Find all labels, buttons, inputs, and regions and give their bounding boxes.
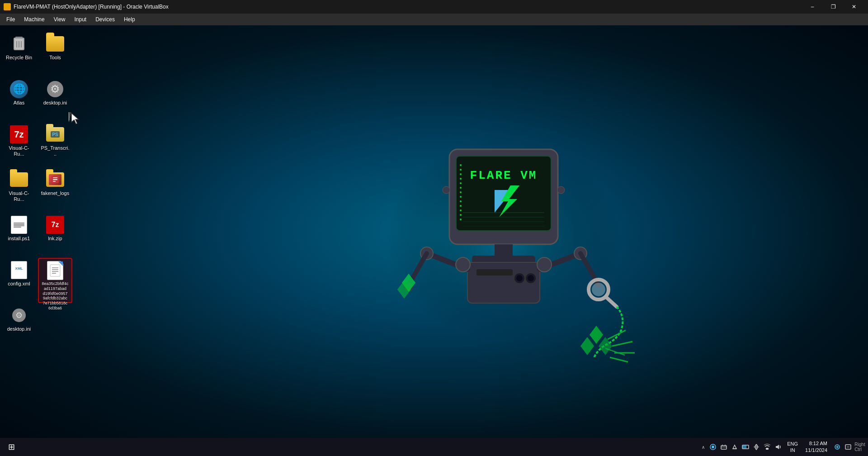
install-ps1-label: install.ps1 (8, 236, 30, 242)
menu-input[interactable]: Input (70, 14, 91, 25)
svg-point-48 (456, 257, 470, 272)
svg-point-12 (460, 196, 462, 198)
folder-img-2 (10, 172, 28, 187)
tray-chevron[interactable]: ∧ (701, 445, 706, 450)
menu-file[interactable]: File (2, 14, 19, 25)
menu-help[interactable]: Help (119, 14, 140, 25)
lnk-zip-label: lnk.zip (48, 236, 62, 242)
menu-machine[interactable]: Machine (19, 14, 49, 25)
tray-icon-5[interactable] (752, 442, 761, 451)
desktop-ini-1-image: ⚙ (46, 80, 64, 98)
clock-time: 8:12 AM (805, 440, 827, 447)
svg-marker-39 (580, 337, 594, 355)
visual-c-ru2-icon[interactable]: Visual-C-Ru... (2, 167, 36, 213)
svg-point-15 (460, 209, 462, 211)
ps-transcri-image: PS (46, 125, 64, 143)
svg-point-7 (460, 173, 462, 175)
atlas-icon[interactable]: 🌐 Atlas (2, 77, 36, 122)
tray-icon-network[interactable] (763, 442, 772, 451)
hash-file-icon[interactable]: 8ea35c2bfdf4cad1197abad d19f4f0e0957 9af… (38, 258, 72, 303)
window-controls: – ❐ ✕ (802, 0, 864, 14)
svg-point-26 (516, 275, 523, 281)
svg-rect-60 (15, 37, 23, 38)
lnk-zip-icon[interactable]: 7z lnk.zip (38, 213, 72, 258)
maximize-button[interactable]: ❐ (823, 0, 844, 14)
menu-devices[interactable]: Devices (91, 14, 119, 25)
sevenz-img: 7z (10, 125, 28, 143)
svg-rect-84 (742, 445, 746, 449)
ps-transcri-icon[interactable]: PS PS_Transcri... (38, 122, 72, 167)
tray-icon-3[interactable] (730, 442, 739, 451)
lnk-zip-image: 7z (46, 216, 64, 234)
recycle-bin-icon[interactable]: Recycle Bin (2, 32, 36, 77)
svg-point-77 (712, 446, 714, 448)
tools-icon[interactable]: Tools (38, 32, 72, 77)
config-xml-icon[interactable]: XML config.xml (2, 258, 36, 303)
hash-file-label: 8ea35c2bfdf4cad1197abad d19f4f0e0957 9af… (41, 281, 70, 311)
install-ps1-icon[interactable]: install.ps1 (2, 213, 36, 258)
gear-small-img: ⚙ (12, 309, 26, 322)
ps-folder-img: PS (46, 127, 64, 142)
fakenet-folder-img (46, 172, 64, 187)
desktop-ini-2-icon[interactable]: ⚙ desktop.ini (2, 303, 36, 348)
clock[interactable]: 8:12 AM 11/1/2024 (802, 440, 830, 454)
visual-c-ru2-label: Visual-C-Ru... (4, 190, 34, 202)
tray-icon-1[interactable] (708, 442, 717, 451)
language-code: ENG (787, 441, 798, 447)
zip-img: 7z (46, 216, 64, 234)
tray-icon-4[interactable] (741, 442, 750, 451)
menu-view[interactable]: View (49, 14, 70, 25)
svg-point-10 (460, 187, 462, 189)
taskbar-apps (23, 438, 701, 456)
svg-point-16 (460, 214, 462, 216)
ps1-file-img (11, 216, 27, 234)
hash-file-image (46, 261, 64, 280)
svg-rect-87 (766, 448, 769, 450)
menubar: File Machine View Input Devices Help (0, 14, 868, 25)
txt-lines (13, 222, 25, 228)
minimize-button[interactable]: – (802, 0, 823, 14)
gear-img: ⚙ (47, 81, 63, 97)
tray-icon-volume[interactable] (774, 442, 783, 451)
start-button[interactable]: ⊞ (0, 438, 23, 456)
config-xml-label: config.xml (8, 281, 30, 287)
app-icon (4, 3, 11, 10)
tray-icon-right-1[interactable] (833, 442, 842, 451)
icon-grid: Recycle Bin Tools 🌐 Atlas ⚙ desktop.in (0, 30, 76, 350)
atlas-img-inner: 🌐 (10, 80, 28, 98)
fakenet-logs-icon[interactable]: fakenet_logs (38, 167, 72, 213)
ps-transcri-label: PS_Transcri... (40, 145, 70, 157)
desktop-ini-1-label: desktop.ini (43, 100, 67, 106)
recycle-bin-image (10, 35, 28, 53)
config-xml-image: XML (10, 261, 28, 279)
close-button[interactable]: ✕ (844, 0, 864, 14)
svg-marker-40 (599, 337, 612, 355)
install-ps1-image (10, 216, 28, 234)
svg-rect-70 (50, 265, 60, 276)
svg-line-42 (612, 342, 632, 346)
window-title: FlareVM-PMAT (HostOnlyAdapter) [Running]… (14, 4, 802, 10)
fakenet-logs-label: fakenet_logs (41, 190, 69, 196)
svg-point-8 (460, 178, 462, 180)
svg-marker-88 (776, 445, 779, 449)
desktop-ini-2-label: desktop.ini (7, 326, 31, 332)
visual-c-ru-icon[interactable]: 7z Visual-C-Ru... (2, 122, 36, 167)
xml-file-img: XML (11, 261, 27, 279)
visual-c-ru-label: Visual-C-Ru... (4, 145, 34, 157)
right-ctrl-indicator: Right Ctrl (855, 442, 864, 451)
recycle-bin-label: Recycle Bin (6, 55, 32, 61)
language-indicator[interactable]: ENG IN (785, 441, 800, 454)
tray-icon-right-2[interactable] (844, 442, 853, 451)
desktop-icons: Recycle Bin Tools 🌐 Atlas ⚙ desktop.in (0, 30, 76, 350)
tray-icon-2[interactable] (719, 442, 728, 451)
svg-point-11 (460, 191, 462, 193)
svg-point-5 (460, 164, 462, 166)
language-region: IN (787, 447, 798, 453)
desktop-ini-1-icon[interactable]: ⚙ desktop.ini (38, 77, 72, 122)
visual-c-ru2-image (10, 171, 28, 189)
svg-text:FLARE VM: FLARE VM (470, 169, 537, 182)
taskbar-right: ∧ (701, 440, 868, 454)
atlas-image: 🌐 (10, 80, 28, 98)
taskbar: ⊞ ∧ (0, 438, 868, 456)
visual-c-ru-image: 7z (10, 125, 28, 143)
